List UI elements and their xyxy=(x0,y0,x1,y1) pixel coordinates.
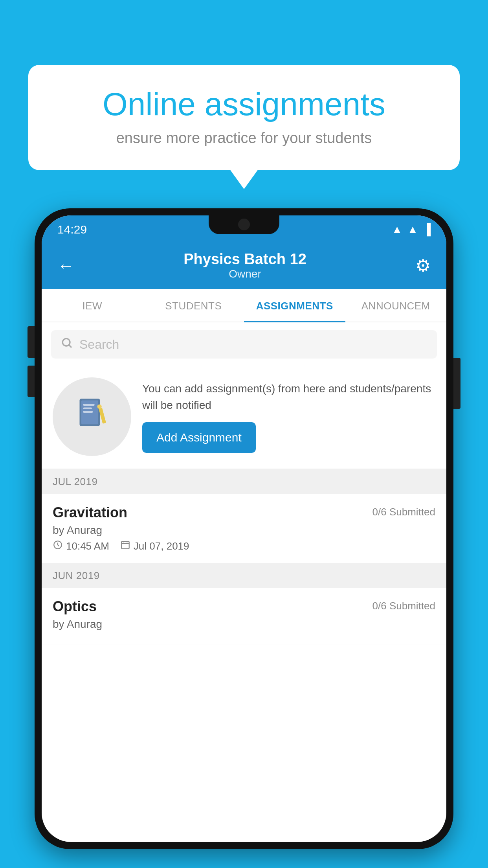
svg-rect-6 xyxy=(83,411,93,413)
assignment-time: 10:45 AM xyxy=(66,540,109,552)
meta-time: 10:45 AM xyxy=(53,540,109,553)
meta-date: Jul 07, 2019 xyxy=(120,540,189,553)
tab-announcements[interactable]: ANNOUNCEM xyxy=(345,289,447,322)
battery-icon: ▐ xyxy=(423,223,431,236)
submitted-count-optics: 0/6 Submitted xyxy=(372,600,435,612)
header-title: Physics Batch 12 xyxy=(183,251,306,268)
assignment-meta: 10:45 AM Jul 07, 2019 xyxy=(53,540,435,553)
assignment-date: Jul 07, 2019 xyxy=(134,540,189,552)
bubble-title: Online assignments xyxy=(52,86,436,122)
tabs-bar: IEW STUDENTS ASSIGNMENTS ANNOUNCEM xyxy=(42,289,446,322)
assignment-author-optics: by Anurag xyxy=(53,618,435,631)
settings-icon[interactable]: ⚙ xyxy=(415,256,431,276)
submitted-count: 0/6 Submitted xyxy=(372,506,435,518)
assignment-row1: Gravitation 0/6 Submitted xyxy=(53,504,435,521)
power-button[interactable] xyxy=(453,358,460,409)
svg-rect-10 xyxy=(121,541,129,548)
info-text: You can add assignment(s) from here and … xyxy=(142,381,435,414)
svg-line-1 xyxy=(69,345,72,348)
side-buttons-left xyxy=(28,326,35,397)
app-header: ← Physics Batch 12 Owner ⚙ xyxy=(42,244,446,289)
phone-screen: 14:29 ▲ ▲ ▐ ← Physics Batch 12 Owner ⚙ I… xyxy=(42,215,446,842)
add-assignment-button[interactable]: Add Assignment xyxy=(142,422,256,453)
wifi-icon: ▲ xyxy=(392,223,403,236)
camera-dot xyxy=(238,219,250,230)
volume-up-button[interactable] xyxy=(28,326,35,358)
clock-icon xyxy=(53,540,63,553)
bubble-subtitle: ensure more practice for your students xyxy=(52,130,436,147)
svg-rect-5 xyxy=(83,407,92,409)
assignment-icon-circle xyxy=(53,377,131,456)
assignment-name: Gravitation xyxy=(53,504,127,521)
section-header-jul2019: JUL 2019 xyxy=(42,469,446,494)
svg-rect-4 xyxy=(83,404,95,406)
phone-frame: 14:29 ▲ ▲ ▐ ← Physics Batch 12 Owner ⚙ I… xyxy=(35,208,453,849)
calendar-icon xyxy=(120,540,130,553)
header-center: Physics Batch 12 Owner xyxy=(183,251,306,280)
speech-bubble-container: Online assignments ensure more practice … xyxy=(28,65,460,170)
volume-down-button[interactable] xyxy=(28,366,35,397)
tab-students[interactable]: STUDENTS xyxy=(143,289,244,322)
speech-bubble: Online assignments ensure more practice … xyxy=(28,65,460,170)
back-button[interactable]: ← xyxy=(57,256,75,276)
search-container: Search xyxy=(42,322,446,366)
search-bar[interactable]: Search xyxy=(51,330,437,359)
search-icon xyxy=(61,337,73,352)
assignment-name-optics: Optics xyxy=(53,598,97,615)
svg-point-8 xyxy=(97,404,102,408)
side-buttons-right xyxy=(453,358,460,409)
assignment-row1-optics: Optics 0/6 Submitted xyxy=(53,598,435,615)
info-banner: You can add assignment(s) from here and … xyxy=(42,366,446,469)
assignment-item-gravitation[interactable]: Gravitation 0/6 Submitted by Anurag 10:4… xyxy=(42,494,446,563)
section-header-jun2019: JUN 2019 xyxy=(42,563,446,588)
svg-point-0 xyxy=(62,338,70,346)
header-subtitle: Owner xyxy=(183,268,306,280)
phone-notch xyxy=(209,215,279,234)
assignment-item-optics[interactable]: Optics 0/6 Submitted by Anurag xyxy=(42,588,446,644)
info-right: You can add assignment(s) from here and … xyxy=(142,381,435,453)
tab-iew[interactable]: IEW xyxy=(42,289,143,322)
assignment-icon xyxy=(74,395,110,439)
search-placeholder: Search xyxy=(79,337,119,352)
status-icons: ▲ ▲ ▐ xyxy=(392,223,431,236)
assignment-author: by Anurag xyxy=(53,524,435,537)
signal-icon: ▲ xyxy=(407,223,418,236)
status-time: 14:29 xyxy=(57,223,87,236)
tab-assignments[interactable]: ASSIGNMENTS xyxy=(244,289,345,322)
